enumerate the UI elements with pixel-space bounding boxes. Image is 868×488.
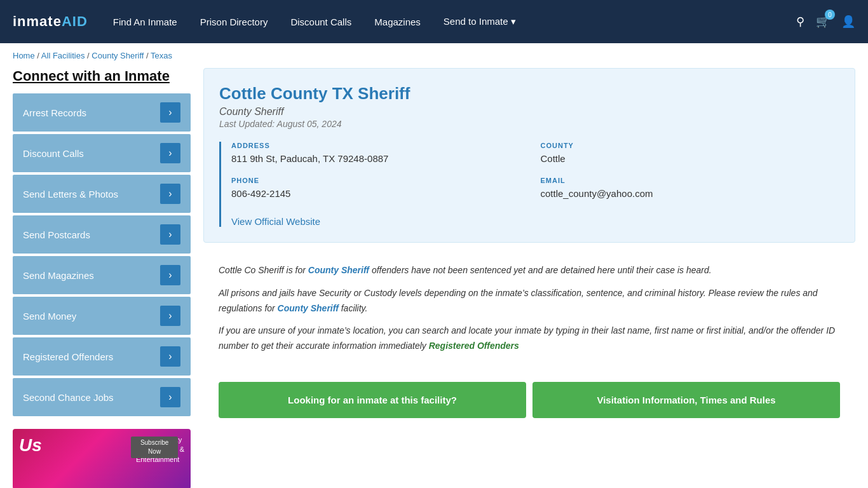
sidebar-item-second-chance-jobs[interactable]: Second Chance Jobs › [13, 378, 191, 416]
arrow-icon: › [160, 143, 180, 163]
website-block: View Official Website [231, 216, 839, 227]
highlight-county-sheriff-2: County Sheriff [278, 303, 339, 313]
nav-send-to-inmate[interactable]: Send to Inmate ▾ [444, 16, 516, 27]
facility-updated: Last Updated: August 05, 2024 [219, 119, 839, 129]
breadcrumb-county-sheriff[interactable]: County Sheriff [92, 51, 144, 60]
arrow-icon: › [160, 387, 180, 407]
ad-logo: Us [19, 435, 42, 456]
arrow-icon: › [160, 184, 180, 204]
breadcrumb-home[interactable]: Home [13, 51, 35, 60]
phone-value: 806-492-2145 [231, 187, 531, 201]
nav-magazines[interactable]: Magazines [374, 17, 421, 27]
arrow-icon: › [160, 265, 180, 285]
highlight-registered-offenders[interactable]: Registered Offenders [429, 341, 519, 351]
sidebar-item-send-money[interactable]: Send Money › [13, 297, 191, 335]
facility-name: Cottle County TX Sheriff [219, 84, 839, 104]
description-para1: Cottle Co Sheriff is for County Sheriff … [219, 263, 840, 278]
description-para3: If you are unsure of your inmate’s locat… [219, 323, 840, 354]
arrow-icon: › [160, 102, 180, 123]
cart-icon[interactable]: 🛒 0 [816, 15, 830, 29]
breadcrumb-all-facilities[interactable]: All Facilities [41, 51, 85, 60]
navigation: inmateAID Find An Inmate Prison Director… [0, 0, 868, 43]
logo[interactable]: inmateAID [13, 13, 88, 30]
content-area: Cottle County TX Sheriff County Sheriff … [203, 68, 855, 488]
user-icon[interactable]: 👤 [841, 15, 855, 29]
action-buttons: Looking for an inmate at this facility? … [203, 372, 855, 428]
nav-find-inmate[interactable]: Find An Inmate [113, 17, 177, 27]
main-layout: Connect with an Inmate Arrest Records › … [0, 68, 868, 488]
description-box: Cottle Co Sheriff is for County Sheriff … [203, 253, 855, 372]
email-block: EMAIL cottle_county@yahoo.com [541, 177, 840, 201]
sidebar-item-registered-offenders[interactable]: Registered Offenders › [13, 337, 191, 376]
county-value: Cottle [541, 152, 840, 166]
visitation-info-button[interactable]: Visitation Information, Times and Rules [532, 382, 840, 418]
sidebar: Connect with an Inmate Arrest Records › … [13, 68, 191, 488]
phone-block: PHONE 806-492-2145 [231, 177, 531, 201]
address-block: ADDRESS 811 9th St, Paducah, TX 79248-08… [231, 142, 531, 166]
sidebar-title: Connect with an Inmate [13, 68, 191, 85]
sidebar-item-send-letters[interactable]: Send Letters & Photos › [13, 175, 191, 213]
breadcrumb-texas[interactable]: Texas [151, 51, 172, 60]
sidebar-item-send-postcards[interactable]: Send Postcards › [13, 215, 191, 254]
website-link[interactable]: View Official Website [231, 216, 320, 227]
sidebar-menu: Arrest Records › Discount Calls › Send L… [13, 93, 191, 416]
facility-card: Cottle County TX Sheriff County Sheriff … [203, 68, 855, 243]
nav-prison-directory[interactable]: Prison Directory [200, 17, 268, 27]
sidebar-item-arrest-records[interactable]: Arrest Records › [13, 93, 191, 132]
facility-type: County Sheriff [219, 106, 839, 118]
nav-discount-calls[interactable]: Discount Calls [290, 17, 351, 27]
info-grid: ADDRESS 811 9th St, Paducah, TX 79248-08… [219, 142, 839, 227]
highlight-county-sheriff-1: County Sheriff [308, 265, 369, 275]
nav-links: Find An Inmate Prison Directory Discount… [113, 16, 796, 27]
arrow-icon: › [160, 224, 180, 245]
ad-subscribe[interactable]: Subscribe Now [131, 437, 178, 458]
arrow-icon: › [160, 306, 180, 326]
address-value: 811 9th St, Paducah, TX 79248-0887 [231, 152, 531, 166]
arrow-icon: › [160, 346, 180, 367]
phone-label: PHONE [231, 177, 531, 184]
search-icon[interactable]: ⚲ [796, 15, 804, 29]
sidebar-item-discount-calls[interactable]: Discount Calls › [13, 134, 191, 172]
nav-icons: ⚲ 🛒 0 👤 [796, 15, 855, 29]
email-value: cottle_county@yahoo.com [541, 187, 840, 201]
ad-text: Latest Celebrity News, Pictures & Entert… [131, 435, 184, 464]
description-para2: All prisons and jails have Security or C… [219, 286, 840, 316]
email-label: EMAIL [541, 177, 840, 184]
find-inmate-button[interactable]: Looking for an inmate at this facility? [219, 382, 526, 418]
sidebar-item-send-magazines[interactable]: Send Magazines › [13, 256, 191, 294]
breadcrumb: Home / All Facilities / County Sheriff /… [0, 43, 868, 68]
advertisement[interactable]: Us Latest Celebrity News, Pictures & Ent… [13, 429, 191, 488]
cart-badge: 0 [825, 10, 835, 20]
county-label: COUNTY [541, 142, 840, 149]
county-block: COUNTY Cottle [541, 142, 840, 166]
address-label: ADDRESS [231, 142, 531, 149]
